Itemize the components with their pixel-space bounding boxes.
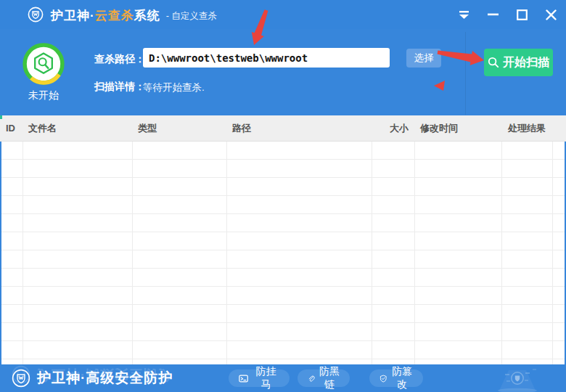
close-icon (546, 9, 557, 20)
column-header-modified[interactable]: 修改时间 (414, 122, 501, 135)
anti-tamper-button[interactable]: 防篡改 (369, 369, 423, 387)
scan-status-label: 未开始 (20, 89, 67, 102)
grid-line (22, 142, 23, 364)
grid-line (132, 142, 133, 364)
column-header-path[interactable]: 路径 (226, 122, 372, 135)
path-label: 查杀路径： (94, 53, 145, 66)
grid-line (501, 142, 502, 364)
minimize-icon (488, 13, 499, 16)
grid-line (226, 142, 227, 364)
search-icon (488, 57, 499, 68)
scan-detail-text: 等待开始查杀. (143, 81, 205, 94)
footer-reflection: 护卫神·高级安全防护 (12, 365, 173, 384)
link-icon (308, 373, 315, 384)
start-scan-label: 开始扫描 (503, 55, 549, 70)
footer-bar: 护卫神·高级安全防护 防挂马 防黑链 防篡改 (0, 364, 566, 392)
choose-path-button[interactable]: 选择 (406, 49, 441, 68)
app-title-subtitle: - 自定义查杀 (166, 11, 217, 21)
app-window: 护卫神·云查杀系统- 自定义查杀 (0, 0, 566, 392)
app-logo-shield-icon (28, 7, 44, 23)
grid-line (552, 142, 553, 364)
results-table-body (0, 142, 566, 364)
minimize-button[interactable] (486, 8, 499, 21)
column-header-size[interactable]: 大小 (372, 122, 414, 135)
scan-path-input[interactable] (143, 48, 390, 68)
footer-brand-ghost-text: 护卫神·高级安全防护 (37, 365, 173, 384)
scan-detail-label: 扫描详情： (94, 81, 145, 94)
app-title-highlight: 云查杀 (95, 9, 134, 23)
app-title-suffix: 系统 (134, 9, 160, 23)
results-table-header: ID 文件名 类型 路径 大小 修改时间 处理结果 (0, 115, 566, 142)
app-title-brand: 护卫神· (51, 9, 95, 23)
column-header-filename[interactable]: 文件名 (22, 122, 132, 135)
anti-blacklink-button[interactable]: 防黑链 (298, 369, 350, 387)
anti-trojan-button[interactable]: 防挂马 (229, 369, 290, 387)
column-header-id[interactable]: ID (0, 123, 22, 134)
start-scan-button[interactable]: 开始扫描 (484, 49, 553, 76)
grid-line (414, 142, 415, 364)
title-bar: 护卫神·云查杀系统- 自定义查杀 (0, 0, 566, 29)
window-controls (457, 0, 557, 29)
anti-blacklink-label: 防黑链 (319, 365, 340, 391)
scan-toolbar: 未开始 查杀路径： 选择 开始扫描 扫描详情： 等待开始查杀. (0, 29, 566, 115)
app-title: 护卫神·云查杀系统- 自定义查杀 (51, 7, 217, 24)
shield-check-icon (380, 373, 387, 384)
grid-line (372, 142, 372, 364)
maximize-button[interactable] (515, 8, 528, 21)
hologram-shield-illustration (485, 366, 550, 392)
column-header-type[interactable]: 类型 (132, 122, 226, 135)
skin-menu-button[interactable] (457, 8, 470, 21)
terminal-icon (239, 373, 248, 384)
skin-dropdown-icon (459, 10, 469, 20)
column-header-result[interactable]: 处理结果 (501, 122, 552, 135)
scan-status-badge: 未开始 (20, 42, 67, 102)
close-button[interactable] (544, 8, 557, 21)
maximize-icon (517, 9, 528, 20)
toolbar-divider (465, 32, 466, 115)
anti-trojan-label: 防挂马 (253, 365, 279, 391)
anti-tamper-label: 防篡改 (392, 365, 413, 391)
scan-logo-icon (22, 42, 65, 86)
header-corner-accent (0, 115, 2, 119)
footer-shield-logo-ghost-icon (12, 365, 30, 384)
